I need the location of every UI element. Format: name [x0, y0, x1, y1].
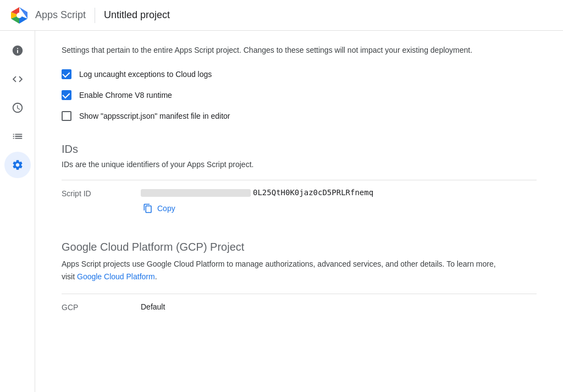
sidebar-item-editor[interactable] [4, 66, 31, 92]
checkbox-log-exceptions[interactable]: Log uncaught exceptions to Cloud logs [62, 69, 537, 79]
ids-section-subtitle: IDs are the unique identifiers of your A… [62, 160, 537, 169]
script-id-value-container: 0L25QtH0K0jaz0cD5PRLRfnemq Copy [141, 188, 373, 216]
script-id-blurred [141, 189, 251, 197]
gcp-description-part2: . [155, 272, 157, 281]
copy-button[interactable]: Copy [139, 201, 373, 216]
sidebar [0, 31, 35, 392]
sidebar-item-triggers[interactable] [4, 95, 31, 121]
ids-section-title: IDs [62, 143, 537, 156]
gcp-value: Default [141, 302, 165, 311]
gcp-label: GCP [62, 302, 128, 312]
gcp-description: Apps Script projects use Google Cloud Pl… [62, 258, 501, 283]
gear-icon [12, 159, 24, 171]
settings-description: Settings that pertain to the entire Apps… [62, 44, 501, 56]
main-content: Settings that pertain to the entire Apps… [35, 31, 563, 392]
gcp-section-title: Google Cloud Platform (GCP) Project [62, 241, 537, 253]
ids-section: IDs IDs are the unique identifiers of yo… [62, 143, 537, 223]
checkbox-chrome-v8-box[interactable] [62, 90, 71, 100]
info-icon [12, 45, 24, 57]
copy-icon [143, 203, 153, 213]
checkbox-log-exceptions-label: Log uncaught exceptions to Cloud logs [79, 70, 212, 79]
main-layout: Settings that pertain to the entire Apps… [0, 31, 563, 392]
gcp-platform-link[interactable]: Google Cloud Platform [77, 272, 155, 281]
header-divider [95, 8, 95, 23]
checkbox-manifest[interactable]: Show "appsscript.json" manifest file in … [62, 111, 537, 121]
project-name-label: Untitled project [104, 9, 170, 21]
app-logo: Apps Script [9, 5, 86, 26]
script-id-label: Script ID [62, 188, 128, 198]
sidebar-item-settings[interactable] [4, 152, 31, 178]
sidebar-item-info[interactable] [4, 37, 31, 64]
header: Apps Script Untitled project [0, 0, 563, 31]
clock-icon [12, 102, 24, 114]
app-name-label: Apps Script [35, 9, 86, 21]
checkbox-chrome-v8[interactable]: Enable Chrome V8 runtime [62, 90, 537, 100]
sidebar-item-executions[interactable] [4, 123, 31, 150]
checkbox-log-exceptions-box[interactable] [62, 69, 71, 79]
script-id-display: 0L25QtH0K0jaz0cD5PRLRfnemq [141, 188, 373, 197]
copy-label: Copy [157, 204, 175, 213]
script-id-row: Script ID 0L25QtH0K0jaz0cD5PRLRfnemq Cop… [62, 180, 537, 223]
list-icon [12, 130, 24, 142]
checkbox-manifest-label: Show "appsscript.json" manifest file in … [79, 112, 230, 120]
apps-script-logo-icon [9, 5, 30, 26]
code-icon [12, 73, 24, 85]
gcp-section: Google Cloud Platform (GCP) Project Apps… [62, 241, 537, 319]
gcp-field-row: GCP Default [62, 294, 537, 319]
svg-point-5 [16, 13, 22, 18]
script-id-visible: 0L25QtH0K0jaz0cD5PRLRfnemq [253, 188, 373, 197]
checkbox-group: Log uncaught exceptions to Cloud logs En… [62, 69, 537, 121]
checkbox-chrome-v8-label: Enable Chrome V8 runtime [79, 91, 172, 100]
checkbox-manifest-box[interactable] [62, 111, 71, 121]
